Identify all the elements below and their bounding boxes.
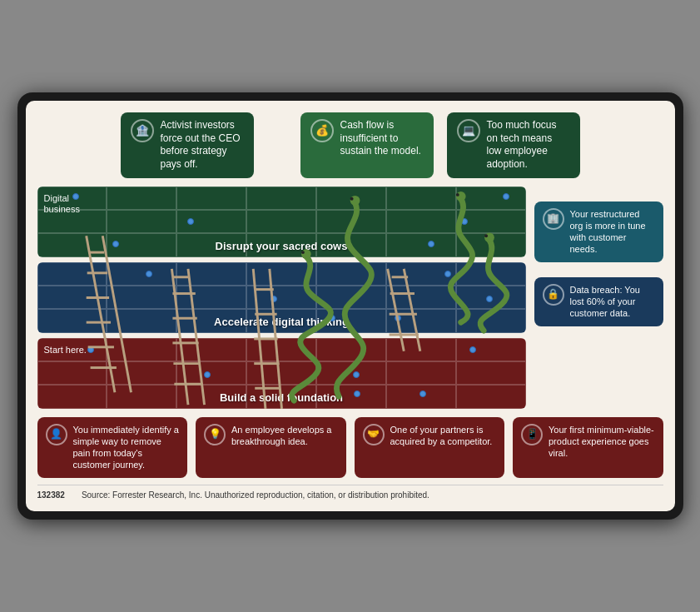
top-card-3-icon: 💻	[457, 119, 480, 142]
dot	[420, 391, 426, 397]
dot	[187, 218, 194, 225]
side-card-1-icon: 🏢	[543, 208, 564, 230]
grid-cell	[456, 385, 526, 408]
band-bot: Start here. Build a solid foundation	[37, 338, 526, 409]
side-card-2: 🔒 Data breach: You lost 60% of your cust…	[534, 277, 663, 326]
dot	[469, 346, 476, 353]
side-card-1: 🏢 Your restructured org is more in tune …	[534, 202, 663, 262]
top-card-1-text: Activist investors force out the CEO bef…	[161, 119, 244, 171]
grid-cell	[107, 361, 176, 385]
footer: 132382 Source: Forrester Research, Inc. …	[37, 485, 663, 500]
grid-cell	[37, 262, 107, 286]
grid-cell	[107, 338, 176, 361]
grid-cell	[386, 286, 456, 309]
grid-cell	[246, 361, 316, 385]
grid-cell	[37, 233, 107, 256]
grid-cell	[246, 286, 316, 309]
band-bot-label: Build a solid foundation	[220, 391, 343, 404]
dot	[353, 371, 360, 378]
dot	[444, 271, 451, 277]
grid-cell	[386, 233, 456, 256]
top-card-3-text: Too much focus on tech means low employe…	[487, 119, 570, 171]
side-card-1-text: Your restructured org is more in tune wi…	[570, 208, 655, 256]
grid-cell	[176, 262, 246, 286]
dot	[112, 241, 119, 247]
grid-cell	[246, 210, 316, 233]
grid-cell	[316, 262, 386, 286]
grid-cell	[456, 233, 526, 256]
dot	[72, 193, 79, 200]
grid-cell	[246, 262, 316, 286]
bottom-card-1: 👤 You immediately identify a simple way …	[37, 417, 188, 478]
grid-cell	[246, 338, 316, 361]
bottom-cards-area: 👤 You immediately identify a simple way …	[37, 417, 663, 478]
top-card-2-icon: 💰	[310, 119, 334, 142]
top-cards-area: 🏦 Activist investors force out the CEO b…	[37, 112, 663, 177]
dot	[486, 296, 493, 302]
grid-cell	[37, 286, 107, 309]
grid-cell	[176, 286, 246, 309]
dot	[461, 218, 468, 225]
grid-cell	[246, 187, 316, 210]
top-card-1-icon: 🏦	[131, 119, 154, 142]
grid-cell	[386, 338, 456, 361]
dot	[395, 315, 401, 321]
bottom-card-2-icon: 💡	[204, 424, 226, 445]
dot	[428, 241, 434, 247]
spacer	[534, 187, 663, 197]
grid-cell	[386, 210, 456, 233]
grid-cell	[107, 262, 176, 286]
dot	[146, 271, 152, 277]
grid-cell	[37, 309, 107, 332]
grid-cell	[316, 338, 386, 361]
spacer2	[534, 267, 663, 272]
grid-cell	[316, 187, 386, 210]
grid-cell	[107, 187, 176, 210]
bottom-card-3: 🤝 One of your partners is acquired by a …	[355, 417, 505, 478]
dot	[354, 391, 360, 397]
main-frame: 🏦 Activist investors force out the CEO b…	[17, 92, 683, 520]
grid-cell	[37, 385, 107, 408]
grid-cell	[456, 338, 526, 361]
grid-cell	[107, 286, 176, 309]
grid-cell	[176, 187, 246, 210]
bottom-card-1-icon: 👤	[46, 424, 67, 445]
footer-id: 132382	[37, 490, 65, 500]
grid-cell	[386, 187, 456, 210]
side-card-2-text: Data breach: You lost 60% of your custom…	[570, 284, 655, 320]
inner-content: 🏦 Activist investors force out the CEO b…	[26, 101, 675, 511]
dot	[271, 296, 277, 302]
grid-cell	[456, 187, 526, 210]
side-card-2-icon: 🔒	[543, 284, 564, 306]
grid-cell	[456, 361, 526, 385]
bottom-card-4-icon: 📱	[521, 424, 543, 445]
bottom-card-4-text: Your first minimum-viable-product experi…	[549, 424, 655, 460]
grid-cell	[107, 210, 176, 233]
footer-source: Source: Forrester Research, Inc. Unautho…	[82, 490, 429, 500]
bottom-card-4: 📱 Your first minimum-viable-product expe…	[513, 417, 663, 478]
grid-cell	[316, 210, 386, 233]
bottom-card-3-text: One of your partners is acquired by a co…	[390, 424, 497, 448]
band-mid: Accelerate digital thinking	[37, 262, 526, 333]
band-top: Digitalbusiness Disrupt your sacred cows	[37, 187, 526, 257]
dot	[503, 193, 509, 200]
grid-cell	[176, 361, 246, 385]
grid-cell	[316, 286, 386, 309]
dot	[329, 315, 335, 321]
bottom-card-2: 💡 An employee develops a breakthrough id…	[196, 417, 346, 478]
grid-cell	[107, 385, 176, 408]
bottom-card-1-text: You immediately identify a simple way to…	[73, 424, 180, 471]
bottom-card-3-icon: 🤝	[363, 424, 385, 445]
dot	[204, 371, 211, 378]
grid-cell	[386, 361, 456, 385]
bottom-card-2-text: An employee develops a breakthrough idea…	[231, 424, 338, 448]
grid-cell	[107, 309, 176, 332]
dot	[87, 346, 94, 353]
grid-cell	[456, 309, 526, 332]
side-cards-area: 🏢 Your restructured org is more in tune …	[534, 187, 663, 409]
grid-cell	[456, 262, 526, 286]
top-card-3: 💻 Too much focus on tech means low emplo…	[447, 112, 580, 177]
board-area: Digitalbusiness Disrupt your sacred cows	[37, 187, 663, 409]
band-top-label: Disrupt your sacred cows	[216, 240, 348, 252]
grid-cell	[176, 338, 246, 361]
